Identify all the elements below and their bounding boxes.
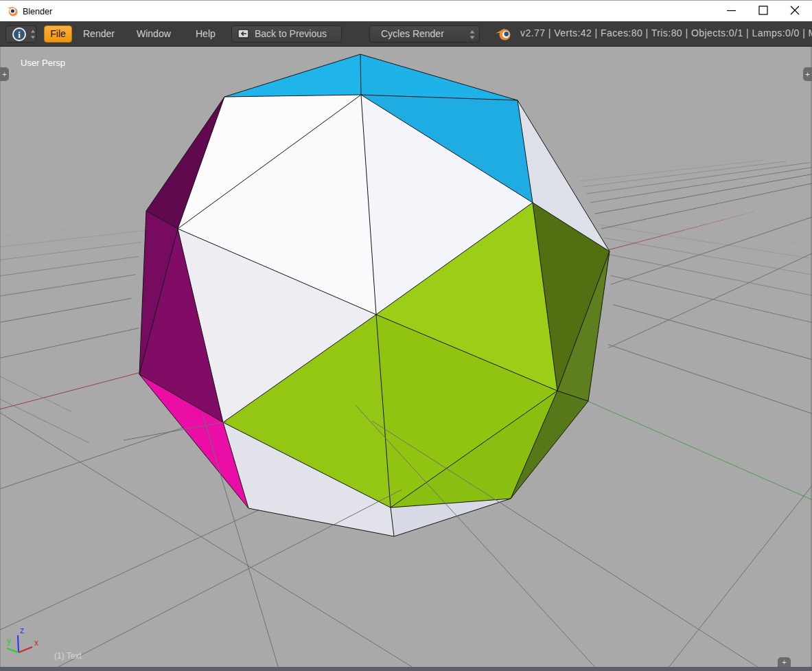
svg-text:z: z — [20, 626, 24, 635]
svg-text:y: y — [7, 636, 11, 646]
svg-text:i: i — [18, 30, 21, 40]
svg-text:x: x — [34, 638, 38, 648]
